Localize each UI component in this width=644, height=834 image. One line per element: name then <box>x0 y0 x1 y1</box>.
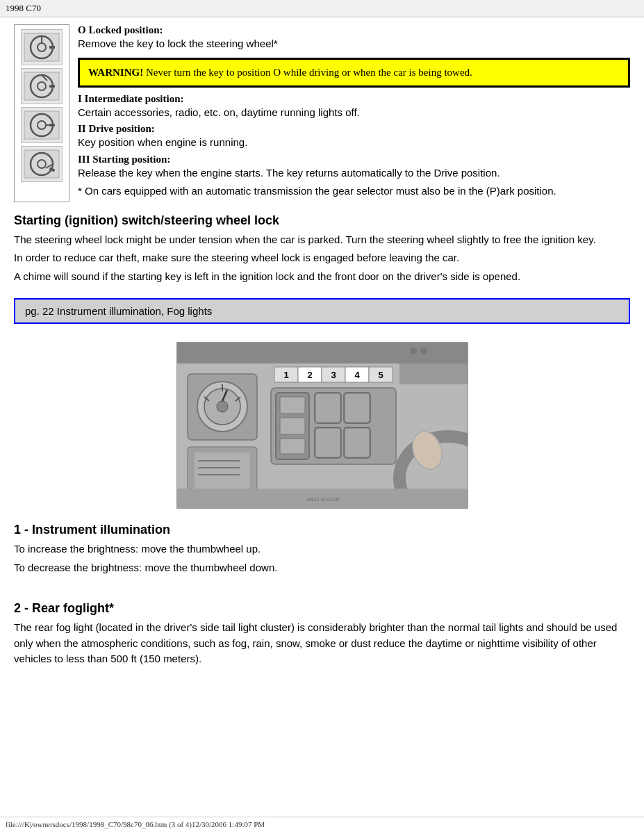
svg-text:4: 4 <box>354 370 360 380</box>
svg-rect-59 <box>345 429 369 457</box>
foglight-para: The rear fog light (located in the drive… <box>14 620 630 667</box>
descriptions-column: O Locked position: Remove the key to loc… <box>78 24 630 202</box>
key-image-III <box>21 146 63 182</box>
svg-rect-53 <box>316 394 340 422</box>
warning-text: Never turn the key to position O while d… <box>143 67 472 78</box>
position-II-heading: II Drive position: <box>78 123 630 135</box>
dashboard-diagram-container: 1 2 3 4 5 <box>14 342 630 509</box>
position-II-desc: Key position when engine is running. <box>78 135 630 151</box>
key-image-II <box>21 107 63 143</box>
svg-rect-50 <box>280 418 305 434</box>
position-III-heading: III Starting position: <box>78 154 630 165</box>
page-link-text: pg. 22 Instrument illumination, Fog ligh… <box>25 305 212 317</box>
key-positions-section: O Locked position: Remove the key to loc… <box>14 24 630 202</box>
status-bar: file:///K|/ownersdocs/1998/1998_C70/98c7… <box>0 817 644 831</box>
instrument-para1: To increase the brightness: move the thu… <box>14 541 630 557</box>
svg-rect-4 <box>49 46 55 49</box>
dashboard-svg: 1 2 3 4 5 <box>177 343 468 509</box>
position-III-desc: Release the key when the engine starts. … <box>78 165 630 181</box>
title-text: 1998 C70 <box>6 3 41 13</box>
svg-rect-55 <box>345 394 369 422</box>
svg-rect-49 <box>280 397 305 414</box>
svg-point-27 <box>217 401 228 412</box>
position-note: * On cars equipped with an automatic tra… <box>78 183 630 199</box>
warning-box: WARNING! Never turn the key to position … <box>78 58 630 88</box>
svg-text:5: 5 <box>378 370 383 380</box>
key-image-I <box>21 68 63 104</box>
instrument-para2: To decrease the brightness: move the thu… <box>14 560 630 576</box>
title-bar: 1998 C70 <box>0 0 644 17</box>
ignition-section-heading: Starting (ignition) switch/steering whee… <box>14 213 630 228</box>
position-O-desc: Remove the key to lock the steering whee… <box>78 36 630 52</box>
page-link-box[interactable]: pg. 22 Instrument illumination, Fog ligh… <box>14 298 630 324</box>
svg-text:1: 1 <box>283 370 288 380</box>
svg-rect-51 <box>280 439 305 454</box>
svg-text:0911 R 0100: 0911 R 0100 <box>307 496 339 502</box>
ignition-para2: In order to reduce car theft, make sure … <box>14 250 630 266</box>
svg-text:2: 2 <box>307 370 312 380</box>
ignition-para1: The steering wheel lock might be under t… <box>14 232 630 248</box>
position-I-desc: Certain accessories, radio, etc. on, day… <box>78 105 630 121</box>
ignition-para3: A chime will sound if the starting key i… <box>14 269 630 285</box>
svg-rect-33 <box>195 452 250 490</box>
svg-point-23 <box>420 348 427 354</box>
position-I-heading: I Intermediate position: <box>78 93 630 105</box>
svg-rect-15 <box>24 150 59 178</box>
key-diagram-O <box>23 32 60 63</box>
key-diagram-I <box>23 71 60 101</box>
svg-rect-9 <box>49 85 55 88</box>
svg-text:3: 3 <box>331 370 336 380</box>
foglight-section-heading: 2 - Rear foglight* <box>14 601 630 616</box>
svg-point-22 <box>410 348 417 354</box>
dashboard-diagram: 1 2 3 4 5 <box>176 342 468 509</box>
position-O-heading: O Locked position: <box>78 24 630 36</box>
key-diagram-II <box>23 110 60 140</box>
svg-rect-62 <box>399 363 468 384</box>
instrument-section-heading: 1 - Instrument illumination <box>14 523 630 537</box>
svg-rect-14 <box>49 124 55 126</box>
status-bar-text: file:///K|/ownersdocs/1998/1998_C70/98c7… <box>6 820 265 828</box>
key-images-column <box>14 24 69 202</box>
key-diagram-III <box>23 149 60 179</box>
svg-rect-57 <box>316 429 340 457</box>
key-image-O <box>21 29 63 65</box>
warning-bold-label: WARNING! <box>88 67 143 78</box>
